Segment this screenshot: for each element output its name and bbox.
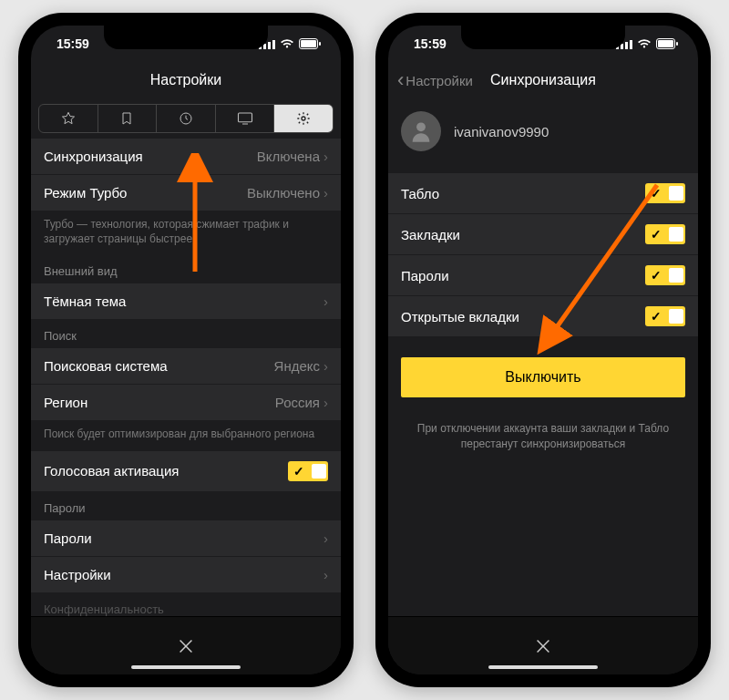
notch — [461, 26, 625, 49]
phone-right: 15:59 ‹ Настройки Синхронизация ivanivan… — [375, 13, 711, 687]
tab-bookmarks[interactable] — [98, 105, 158, 132]
battery-icon — [656, 38, 678, 49]
row-sync[interactable]: Синхронизация Включена› — [31, 139, 341, 175]
disable-button[interactable]: Выключить — [401, 357, 685, 397]
page-title: Настройки — [150, 72, 221, 88]
svg-rect-13 — [630, 40, 632, 49]
chevron-right-icon: › — [323, 395, 328, 410]
row-label: Табло — [401, 186, 439, 201]
svg-rect-6 — [319, 42, 321, 46]
username: ivanivanov9990 — [454, 124, 549, 139]
row-label: Закладки — [401, 227, 460, 242]
monitor-icon — [237, 111, 253, 126]
voice-toggle[interactable]: ✓ — [288, 461, 328, 481]
navbar: Настройки — [31, 62, 341, 98]
notch — [104, 26, 268, 49]
check-icon: ✓ — [651, 186, 662, 201]
check-icon: ✓ — [651, 227, 662, 242]
row-label: Пароли — [401, 268, 449, 283]
back-label: Настройки — [406, 73, 473, 88]
navbar: ‹ Настройки Синхронизация — [388, 62, 698, 98]
close-icon[interactable] — [176, 636, 196, 656]
chevron-right-icon: › — [323, 185, 328, 201]
row-value: Выключено — [247, 185, 320, 201]
row-label: Регион — [44, 395, 87, 410]
svg-point-17 — [416, 122, 426, 131]
row-settings[interactable]: Настройки › — [31, 557, 341, 593]
toggle-passwords[interactable]: ✓ — [645, 265, 685, 285]
chevron-right-icon: › — [323, 358, 328, 374]
wifi-icon — [280, 38, 294, 49]
tab-favorites[interactable] — [39, 105, 98, 132]
row-open-tabs[interactable]: Открытые вкладки ✓ — [388, 296, 698, 337]
footnote: При отключении аккаунта ваши закладки и … — [388, 417, 698, 456]
home-indicator — [488, 665, 598, 669]
chevron-right-icon: › — [323, 567, 328, 582]
row-passwords[interactable]: Пароли › — [31, 520, 341, 557]
row-label: Настройки — [44, 567, 111, 582]
toggle-tablo[interactable]: ✓ — [645, 183, 685, 203]
row-voice-activation[interactable]: Голосовая активация ✓ — [31, 451, 341, 492]
phone-left: 15:59 Настройки Синхронизация Включена› … — [18, 13, 354, 687]
row-label: Открытые вкладки — [401, 309, 519, 324]
wifi-icon — [637, 38, 652, 49]
star-icon — [61, 111, 76, 126]
account-row[interactable]: ivanivanov9990 — [388, 98, 698, 168]
row-turbo[interactable]: Режим Турбо Выключено› — [31, 175, 341, 211]
bookmark-icon — [119, 111, 134, 126]
row-label: Режим Турбо — [44, 185, 127, 201]
turbo-note: Турбо — технология, которая сжимает траф… — [31, 211, 341, 255]
region-note: Поиск будет оптимизирован для выбранного… — [31, 421, 341, 450]
svg-rect-16 — [676, 42, 678, 46]
row-label: Пароли — [44, 530, 92, 546]
check-icon: ✓ — [651, 309, 662, 324]
row-search-engine[interactable]: Поисковая система Яндекс› — [31, 348, 341, 385]
button-label: Выключить — [505, 369, 580, 386]
svg-rect-12 — [625, 42, 628, 49]
clock-icon — [179, 111, 193, 126]
chevron-right-icon: › — [323, 530, 328, 546]
chevron-right-icon: › — [323, 293, 328, 309]
svg-rect-5 — [301, 40, 316, 47]
row-value: Включена — [257, 149, 320, 164]
chevron-left-icon: ‹ — [397, 68, 404, 92]
svg-point-9 — [302, 117, 305, 120]
section-search: Поиск — [31, 320, 341, 348]
svg-rect-15 — [658, 40, 673, 47]
battery-icon — [299, 38, 321, 49]
bottom-bar — [388, 616, 698, 674]
row-label: Голосовая активация — [44, 463, 179, 479]
page-title: Синхронизация — [490, 72, 596, 88]
home-indicator — [131, 665, 241, 669]
svg-rect-3 — [272, 40, 275, 49]
toggle-bookmarks[interactable]: ✓ — [645, 224, 685, 244]
row-bookmarks[interactable]: Закладки ✓ — [388, 214, 698, 255]
section-appearance: Внешний вид — [31, 255, 341, 283]
check-icon: ✓ — [651, 268, 662, 283]
avatar — [401, 111, 441, 151]
tab-history[interactable] — [157, 105, 216, 132]
row-passwords[interactable]: Пароли ✓ — [388, 255, 698, 296]
status-time: 15:59 — [414, 36, 447, 51]
row-value: Яндекс — [274, 358, 320, 374]
chevron-right-icon: › — [323, 149, 328, 164]
segmented-control — [38, 104, 334, 133]
row-label: Синхронизация — [44, 149, 143, 164]
tab-settings[interactable] — [274, 105, 333, 132]
bottom-bar — [31, 616, 341, 674]
row-label: Тёмная тема — [44, 293, 126, 309]
status-time: 15:59 — [56, 36, 89, 51]
tab-devices[interactable] — [216, 105, 275, 132]
gear-icon — [296, 111, 311, 126]
row-tablo[interactable]: Табло ✓ — [388, 173, 698, 214]
row-label: Поисковая система — [44, 358, 168, 374]
close-icon[interactable] — [533, 636, 553, 656]
row-region[interactable]: Регион Россия› — [31, 385, 341, 421]
back-button[interactable]: ‹ Настройки — [397, 68, 473, 92]
person-icon — [408, 118, 434, 144]
check-icon: ✓ — [293, 464, 304, 479]
svg-rect-2 — [268, 42, 271, 49]
toggle-open-tabs[interactable]: ✓ — [645, 306, 685, 326]
svg-rect-8 — [238, 113, 252, 122]
row-dark-theme[interactable]: Тёмная тема › — [31, 283, 341, 320]
